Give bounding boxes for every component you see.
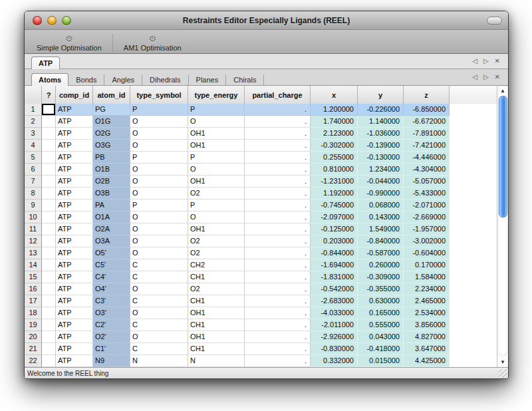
cell-z[interactable]: 0.170000 <box>404 259 450 271</box>
table-row[interactable]: 1ATPPGPP.1.200000-0.226000-6.850000 <box>25 104 450 116</box>
cell-z[interactable]: -7.421000 <box>404 140 450 152</box>
cell-type-symbol[interactable]: O <box>130 223 188 235</box>
cell-comp-id[interactable]: ATP <box>56 211 93 223</box>
cell-y[interactable]: 0.015000 <box>358 355 404 367</box>
cell-flag[interactable] <box>42 223 56 235</box>
table-row[interactable]: 3ATPO2GOOH1.2.123000-1.036000-7.891000 <box>25 128 450 140</box>
cell-type-energy[interactable]: OH1 <box>188 128 245 140</box>
cell-type-energy[interactable]: O <box>188 116 245 128</box>
cell-flag[interactable] <box>42 295 56 307</box>
cell-type-energy[interactable]: OH1 <box>188 331 245 343</box>
cell-atom-id[interactable]: PB <box>93 152 130 164</box>
cell-type-symbol[interactable]: O <box>130 283 188 295</box>
cell-flag[interactable] <box>42 104 56 116</box>
cell-z[interactable]: -4.304000 <box>404 164 450 176</box>
table-row[interactable]: 22ATPN9NN.0.3320000.0150004.425000 <box>25 355 450 367</box>
cell-partial-charge[interactable]: . <box>245 271 311 283</box>
tab-close-icon[interactable]: ✕ <box>495 58 500 65</box>
cell-type-energy[interactable]: CH1 <box>188 271 245 283</box>
cell-y[interactable]: -0.044000 <box>358 176 404 188</box>
cell-x[interactable]: 1.200000 <box>311 104 358 116</box>
cell-comp-id[interactable]: ATP <box>56 235 93 247</box>
cell-type-symbol[interactable]: O <box>130 247 188 259</box>
cell-partial-charge[interactable]: . <box>245 295 311 307</box>
cell-comp-id[interactable]: ATP <box>56 295 93 307</box>
cell-x[interactable]: 2.123000 <box>311 128 358 140</box>
cell-flag[interactable] <box>42 235 56 247</box>
column-header-x[interactable]: x <box>311 86 358 104</box>
cell-comp-id[interactable]: ATP <box>56 200 93 211</box>
table-row[interactable]: 17ATPC3'CCH1.-2.6830000.6300002.465000 <box>25 295 450 307</box>
cell-type-symbol[interactable]: O <box>130 188 188 200</box>
cell-x[interactable]: 1.192000 <box>311 188 358 200</box>
cell-partial-charge[interactable]: . <box>245 223 311 235</box>
toolbar-toggle-button[interactable] <box>487 17 502 25</box>
cell-type-energy[interactable]: O <box>188 211 245 223</box>
cell-atom-id[interactable]: O1A <box>93 211 130 223</box>
cell-z[interactable]: -5.433000 <box>404 188 450 200</box>
cell-y[interactable]: -1.036000 <box>358 128 404 140</box>
cell-atom-id[interactable]: O1G <box>93 116 130 128</box>
cell-z[interactable]: 2.465000 <box>404 295 450 307</box>
cell-y[interactable]: -0.226000 <box>358 104 404 116</box>
cell-y[interactable]: -0.130000 <box>358 152 404 164</box>
tab-scroll-left-icon[interactable]: ◁ <box>472 74 477 80</box>
cell-y[interactable]: -0.587000 <box>358 247 404 259</box>
cell-x[interactable]: -0.844000 <box>311 247 358 259</box>
tab-atoms[interactable]: Atoms <box>31 73 68 86</box>
cell-flag[interactable] <box>42 331 56 343</box>
cell-type-symbol[interactable]: C <box>130 271 188 283</box>
cell-x[interactable]: -0.830000 <box>311 343 358 355</box>
tab-chirals[interactable]: Chirals <box>226 74 264 85</box>
cell-z[interactable]: -6.672000 <box>404 116 450 128</box>
scroll-up-icon[interactable]: ▲ <box>497 88 508 94</box>
cell-type-symbol[interactable]: C <box>130 343 188 355</box>
cell-type-energy[interactable]: OH1 <box>188 176 245 188</box>
cell-y[interactable]: -0.990000 <box>358 188 404 200</box>
cell-z[interactable]: 4.827000 <box>404 331 450 343</box>
cell-partial-charge[interactable]: . <box>245 331 311 343</box>
tab-planes[interactable]: Planes <box>189 74 227 85</box>
cell-z[interactable]: -4.446000 <box>404 152 450 164</box>
tab-dihedrals[interactable]: Dihedrals <box>142 74 188 85</box>
cell-type-energy[interactable]: O2 <box>188 247 245 259</box>
cell-x[interactable]: -4.033000 <box>311 307 358 319</box>
cell-type-symbol[interactable]: P <box>130 200 188 211</box>
cell-partial-charge[interactable]: . <box>245 259 311 271</box>
column-header-type_symbol[interactable]: type_symbol <box>130 86 188 104</box>
cell-type-energy[interactable]: O <box>188 164 245 176</box>
cell-partial-charge[interactable]: . <box>245 188 311 200</box>
cell-partial-charge[interactable]: . <box>245 200 311 211</box>
cell-atom-id[interactable]: PA <box>93 200 130 211</box>
cell-type-energy[interactable]: O2 <box>188 188 245 200</box>
cell-y[interactable]: 1.234000 <box>358 164 404 176</box>
cell-y[interactable]: 0.165000 <box>358 307 404 319</box>
cell-z[interactable]: -3.002000 <box>404 235 450 247</box>
cell-flag[interactable] <box>42 319 56 331</box>
cell-z[interactable]: -2.669000 <box>404 211 450 223</box>
table-row[interactable]: 10ATPO1AOO.-2.0970000.143000-2.669000 <box>25 211 450 223</box>
cell-type-energy[interactable]: OH1 <box>188 223 245 235</box>
cell-x[interactable]: -1.231000 <box>311 176 358 188</box>
cell-z[interactable]: 1.584000 <box>404 271 450 283</box>
cell-atom-id[interactable]: C5' <box>93 259 130 271</box>
table-row[interactable]: 18ATPO3'OOH1.-4.0330000.1650002.534000 <box>25 307 450 319</box>
cell-x[interactable]: -2.097000 <box>311 211 358 223</box>
tab-bonds[interactable]: Bonds <box>68 74 104 85</box>
cell-z[interactable]: 2.534000 <box>404 307 450 319</box>
cell-partial-charge[interactable]: . <box>245 176 311 188</box>
cell-y[interactable]: 0.043000 <box>358 331 404 343</box>
zoom-window-button[interactable] <box>62 16 71 25</box>
cell-type-symbol[interactable]: P <box>130 152 188 164</box>
table-row[interactable]: 20ATPO2'OOH1.-2.9260000.0430004.827000 <box>25 331 450 343</box>
column-header-z[interactable]: z <box>404 86 450 104</box>
tab-scroll-left-icon[interactable]: ◁ <box>472 58 477 65</box>
cell-flag[interactable] <box>42 211 56 223</box>
cell-atom-id[interactable]: C2' <box>93 319 130 331</box>
simple-optimisation-button[interactable]: ⚙ Simple Optimisation <box>29 35 110 52</box>
cell-partial-charge[interactable]: . <box>245 104 311 116</box>
cell-partial-charge[interactable]: . <box>245 140 311 152</box>
cell-atom-id[interactable]: O3B <box>93 188 130 200</box>
cell-atom-id[interactable]: N9 <box>93 355 130 367</box>
cell-partial-charge[interactable]: . <box>245 128 311 140</box>
